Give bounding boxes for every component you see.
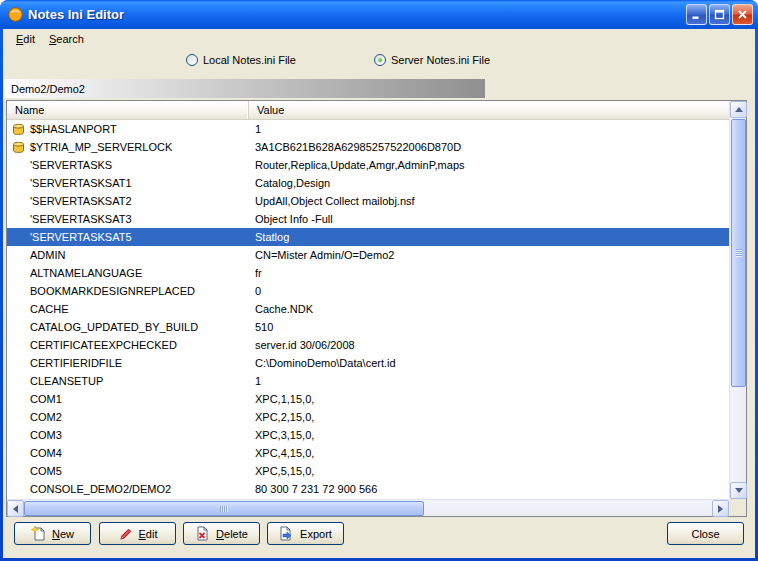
- row-icon-spacer: [12, 159, 30, 172]
- radio-circle-icon: [374, 54, 386, 66]
- row-value: CN=Mister Admin/O=Demo2: [255, 249, 394, 261]
- row-value: Catalog,Design: [255, 177, 330, 189]
- row-name: 'SERVERTASKS: [30, 159, 112, 171]
- close-button[interactable]: [732, 4, 753, 25]
- radio-local-notes-ini[interactable]: Local Notes.ini File: [186, 54, 296, 66]
- row-icon-spacer: [12, 195, 30, 208]
- row-icon-spacer: [12, 285, 30, 298]
- table-row[interactable]: ADMINCN=Mister Admin/O=Demo2: [7, 246, 729, 264]
- table-row[interactable]: CERTIFICATEEXPCHECKEDserver.id 30/06/200…: [7, 336, 729, 354]
- close-dialog-button[interactable]: Close: [667, 522, 744, 545]
- scroll-down-button[interactable]: [730, 482, 747, 499]
- row-name: 'SERVERTASKSAT2: [30, 195, 132, 207]
- row-value: Object Info -Full: [255, 213, 333, 225]
- table-row[interactable]: 'SERVERTASKSAT2UpdAll,Object Collect mai…: [7, 192, 729, 210]
- row-value: server.id 30/06/2008: [255, 339, 355, 351]
- vertical-scrollbar[interactable]: [729, 101, 746, 499]
- row-icon-spacer: [12, 429, 30, 442]
- maximize-button[interactable]: [709, 4, 730, 25]
- table-row[interactable]: $YTRIA_MP_SERVERLOCK3A1CB621B628A6298525…: [7, 138, 729, 156]
- table-row[interactable]: COM1XPC,1,15,0,: [7, 390, 729, 408]
- edit-button[interactable]: Edit: [99, 522, 176, 545]
- row-name: COM4: [30, 447, 62, 459]
- row-icon-spacer: [12, 375, 30, 388]
- export-button-label: Export: [300, 528, 332, 540]
- vertical-scrollbar-thumb[interactable]: [731, 119, 746, 387]
- row-name: $YTRIA_MP_SERVERLOCK: [30, 141, 172, 153]
- radio-server-notes-ini[interactable]: Server Notes.ini File: [374, 54, 490, 66]
- row-icon-spacer: [12, 339, 30, 352]
- row-name: COM2: [30, 411, 62, 423]
- row-value: XPC,1,15,0,: [255, 393, 314, 405]
- row-value: Router,Replica,Update,Amgr,AdminP,maps: [255, 159, 465, 171]
- menu-edit[interactable]: Edit: [9, 31, 42, 47]
- table-row[interactable]: CACHECache.NDK: [7, 300, 729, 318]
- row-value: 0: [255, 285, 261, 297]
- row-value: fr: [255, 267, 262, 279]
- table-row[interactable]: CONSOLE_DEMO2/DEMO280 300 7 231 72 900 5…: [7, 480, 729, 498]
- table-row[interactable]: COM3XPC,3,15,0,: [7, 426, 729, 444]
- row-icon-spacer: [12, 321, 30, 334]
- delete-x-icon: [195, 526, 210, 541]
- table-row[interactable]: 'SERVERTASKSAT5Statlog: [7, 228, 729, 246]
- scroll-right-button[interactable]: [712, 500, 729, 517]
- row-name: CERTIFICATEEXPCHECKED: [30, 339, 177, 351]
- row-name: COM5: [30, 465, 62, 477]
- table-row[interactable]: BOOKMARKDESIGNREPLACED0: [7, 282, 729, 300]
- table-row[interactable]: COM4XPC,4,15,0,: [7, 444, 729, 462]
- table-row[interactable]: $$HASLANPORT1: [7, 120, 729, 138]
- row-name: CACHE: [30, 303, 69, 315]
- arrow-up-icon: [735, 107, 743, 112]
- export-button[interactable]: Export: [267, 522, 344, 545]
- table-row[interactable]: COM5XPC,5,15,0,: [7, 462, 729, 480]
- edit-button-label: Edit: [139, 528, 158, 540]
- table-row[interactable]: 'SERVERTASKSAT1Catalog,Design: [7, 174, 729, 192]
- row-icon-spacer: [12, 177, 30, 190]
- table-row[interactable]: COM2XPC,2,15,0,: [7, 408, 729, 426]
- horizontal-scrollbar-thumb[interactable]: [24, 501, 424, 516]
- radio-server-label: Server Notes.ini File: [391, 54, 490, 66]
- row-icon-spacer: [12, 213, 30, 226]
- app-icon: [7, 6, 24, 23]
- scroll-left-button[interactable]: [7, 500, 24, 517]
- window-content: Edit Search Local Notes.ini File Server …: [3, 29, 755, 558]
- export-arrow-icon: [279, 526, 294, 541]
- title-bar[interactable]: Notes Ini Editor: [0, 0, 758, 29]
- table-row[interactable]: 'SERVERTASKSAT3Object Info -Full: [7, 210, 729, 228]
- row-value: 1: [255, 123, 261, 135]
- server-name-banner: Demo2/Demo2: [4, 79, 485, 98]
- row-value: XPC,2,15,0,: [255, 411, 314, 423]
- table-row[interactable]: CATALOG_UPDATED_BY_BUILD510: [7, 318, 729, 336]
- radio-local-label: Local Notes.ini File: [203, 54, 296, 66]
- column-header-name[interactable]: Name: [7, 101, 249, 119]
- new-button[interactable]: New: [14, 522, 91, 545]
- row-value: XPC,5,15,0,: [255, 465, 314, 477]
- scrollbar-corner: [729, 499, 746, 516]
- minimize-button[interactable]: [686, 4, 707, 25]
- table-row[interactable]: 'SERVERTASKSRouter,Replica,Update,Amgr,A…: [7, 156, 729, 174]
- row-value: Statlog: [255, 231, 289, 243]
- delete-button-label: Delete: [216, 528, 248, 540]
- delete-button[interactable]: Delete: [183, 522, 260, 545]
- row-icon-spacer: [12, 393, 30, 406]
- table-header: Name Value: [7, 101, 729, 120]
- row-icon-spacer: [12, 249, 30, 262]
- menu-search[interactable]: Search: [42, 31, 91, 47]
- table-row[interactable]: CLEANSETUP1: [7, 372, 729, 390]
- row-icon-spacer: [12, 483, 30, 496]
- table-row[interactable]: ALTNAMELANGUAGEfr: [7, 264, 729, 282]
- row-name: CONSOLE_DEMO2/DEMO2: [30, 483, 171, 495]
- close-button-label: Close: [691, 528, 719, 540]
- scroll-up-button[interactable]: [730, 101, 747, 118]
- row-value: 510: [255, 321, 273, 333]
- row-name: COM1: [30, 393, 62, 405]
- row-icon-spacer: [12, 231, 30, 244]
- arrow-left-icon: [13, 505, 18, 513]
- row-icon-spacer: [12, 303, 30, 316]
- row-icon-spacer: [12, 465, 30, 478]
- table-row[interactable]: CERTIFIERIDFILEC:\DominoDemo\Data\cert.i…: [7, 354, 729, 372]
- row-name: COM3: [30, 429, 62, 441]
- column-header-value[interactable]: Value: [249, 101, 729, 119]
- horizontal-scrollbar[interactable]: [7, 499, 729, 516]
- row-icon-spacer: [12, 267, 30, 280]
